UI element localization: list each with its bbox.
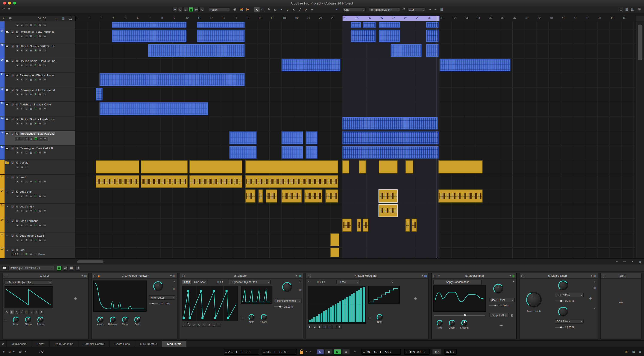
bypass-icon[interactable]: ⇌ bbox=[25, 165, 28, 169]
stepper-icon[interactable]: ↕ bbox=[20, 253, 24, 256]
track-filter-icon[interactable]: ▥ bbox=[62, 16, 64, 20]
shaper-sync-dropdown[interactable]: ◔ Sync to Project Start▾ bbox=[229, 280, 271, 284]
midi-clip[interactable] bbox=[282, 146, 303, 159]
ruler-bar-1[interactable]: 1 bbox=[76, 16, 78, 19]
ruler-bar-27[interactable]: 27 bbox=[392, 16, 395, 19]
edit-channel-button[interactable]: e bbox=[25, 23, 28, 26]
zoom-out-icon[interactable]: − bbox=[616, 260, 618, 263]
monitor-icon[interactable]: ▸ bbox=[20, 137, 24, 140]
record-arm-icon[interactable]: ● bbox=[16, 23, 19, 26]
audio-clip[interactable] bbox=[357, 219, 361, 232]
knob-note[interactable]: Note bbox=[246, 314, 257, 323]
step-bar-2[interactable] bbox=[311, 319, 313, 322]
add-destination-button[interactable]: + bbox=[496, 321, 506, 330]
lane-icon[interactable]: ▭ bbox=[43, 78, 47, 81]
knob-smooth[interactable]: Smooth bbox=[459, 320, 470, 329]
tool-button-6[interactable]: ✕ bbox=[291, 7, 297, 12]
solo-button[interactable]: S bbox=[15, 248, 19, 252]
mute-button[interactable]: M bbox=[11, 219, 14, 223]
ruler-bar-4[interactable]: 4 bbox=[113, 16, 114, 19]
keyboard-toggle-icon[interactable]: ▦ bbox=[69, 266, 74, 271]
mute-button[interactable]: M bbox=[11, 146, 14, 150]
shaper-preset-button-3[interactable]: ◺ bbox=[197, 323, 201, 327]
speaker-icon[interactable]: ◁ bbox=[8, 350, 10, 354]
knob-note[interactable]: Note bbox=[10, 317, 22, 326]
read-button[interactable]: R bbox=[34, 209, 37, 212]
track-row-lead-reverb-swell[interactable]: 31≈MSLead Reverb Swell●▸e∞RW▭ bbox=[0, 233, 75, 247]
tool-button-4[interactable]: ✂ bbox=[278, 7, 284, 12]
midi-clip[interactable] bbox=[197, 22, 245, 28]
track-preset-icon[interactable]: ≣ bbox=[9, 16, 12, 20]
zoom-in-icon[interactable]: + bbox=[632, 260, 633, 263]
track-name[interactable]: Retrologue - Saw Plucks R bbox=[20, 30, 54, 33]
read-button[interactable]: R bbox=[34, 151, 37, 154]
record-in-editor-icon[interactable]: ▣ bbox=[240, 7, 243, 11]
lfo-shape-button-4[interactable]: ⊓ bbox=[24, 310, 29, 314]
cycle-button[interactable]: ↻ bbox=[316, 349, 324, 355]
mute-button[interactable]: M bbox=[11, 248, 14, 252]
shaper-amount-row[interactable]: 25.00 % bbox=[274, 305, 302, 308]
remove-destination-icon[interactable]: ✕ bbox=[594, 307, 596, 310]
solo-button[interactable]: S bbox=[15, 102, 19, 106]
edit-channel-button[interactable]: e bbox=[25, 49, 28, 52]
track-name[interactable]: HALion Sonic - S90ES ...no bbox=[20, 45, 55, 48]
step-tool-button-1[interactable]: ● bbox=[312, 325, 317, 329]
record-arm-icon[interactable]: ● bbox=[16, 151, 19, 154]
amount-slider[interactable] bbox=[555, 327, 564, 328]
tool-button-0[interactable]: ↖ bbox=[254, 7, 260, 12]
knob-release[interactable]: Release bbox=[107, 317, 118, 326]
folder-part[interactable] bbox=[330, 248, 339, 257]
env-amount-row[interactable]: -30.00 % bbox=[149, 302, 176, 305]
tab-drum-machine[interactable]: Drum Machine bbox=[50, 341, 78, 347]
edit-channel-button[interactable]: e bbox=[25, 223, 28, 227]
track-name[interactable]: Lead Formant bbox=[20, 219, 38, 222]
shaper-preset-button-5[interactable]: ⊓ bbox=[206, 323, 211, 327]
ruler-bar-32[interactable]: 32 bbox=[453, 16, 456, 19]
mute-button[interactable]: M bbox=[11, 30, 14, 34]
solo-button[interactable]: S bbox=[15, 88, 19, 92]
mute-button[interactable]: M bbox=[11, 190, 14, 193]
shaper-curve-display[interactable] bbox=[182, 286, 238, 321]
iterative-quantize-icon[interactable]: ⌁ bbox=[429, 7, 430, 11]
lane-icon[interactable]: ▭ bbox=[43, 64, 47, 67]
ruler-bar-22[interactable]: 22 bbox=[331, 16, 334, 19]
ruler-bar-16[interactable]: 16 bbox=[258, 16, 262, 19]
lane-icon[interactable]: ▭ bbox=[43, 151, 47, 154]
instrument-icon[interactable]: ▦ bbox=[29, 93, 33, 96]
right-locator-field[interactable]: ◂ 31. 1. 1. 0 ▴▾ bbox=[262, 349, 297, 355]
step-bar-21[interactable] bbox=[356, 291, 358, 322]
step-count-field[interactable]: ▥ 24 ▴▾ bbox=[317, 280, 324, 284]
scripter-amount-knob[interactable] bbox=[493, 284, 503, 294]
midi-clip[interactable] bbox=[197, 29, 245, 42]
track-row-halion-sonic-s90es-no[interactable]: 19MSHALion Sonic - S90ES ...no●▸e▦RW▭ bbox=[0, 43, 75, 58]
monitor-icon[interactable]: ▸ bbox=[20, 238, 24, 242]
mute-button[interactable]: M bbox=[11, 73, 14, 77]
audio-clip[interactable] bbox=[245, 175, 338, 188]
write-button[interactable]: W bbox=[38, 122, 42, 125]
apply-randomness-button[interactable]: Apply Randomness bbox=[434, 280, 482, 284]
step-bar-15[interactable] bbox=[342, 300, 344, 322]
shaper-preset-button-1[interactable]: ╲ bbox=[187, 323, 192, 327]
power-icon[interactable]: ◯ bbox=[521, 274, 524, 277]
midi-clip[interactable] bbox=[342, 146, 439, 159]
arrangement-area[interactable] bbox=[75, 21, 636, 258]
instrument-icon[interactable]: ▦ bbox=[29, 64, 33, 67]
write-button[interactable]: W bbox=[38, 209, 42, 212]
tab-modulators[interactable]: Modulators bbox=[162, 341, 187, 347]
read-button[interactable]: R bbox=[34, 49, 37, 52]
trash-icon[interactable]: ⊟ bbox=[75, 266, 80, 271]
ruler-bar-38[interactable]: 38 bbox=[526, 16, 528, 19]
scripter-destination-dropdown[interactable]: Osc 1 Level▾ bbox=[489, 298, 515, 302]
read-button[interactable]: R bbox=[34, 137, 38, 140]
audio-clip[interactable] bbox=[266, 189, 278, 202]
step-bar-6[interactable] bbox=[320, 313, 322, 322]
track-row-lead-bright[interactable]: 29≈MSLead bright●▸e∞RW▭ bbox=[0, 204, 75, 218]
record-arm-icon[interactable]: ● bbox=[16, 137, 20, 140]
edit-channel-button[interactable]: e bbox=[25, 93, 28, 96]
folder-part[interactable] bbox=[359, 160, 366, 174]
mute-button[interactable]: M bbox=[11, 234, 14, 237]
flash-icon[interactable]: ϟ bbox=[308, 281, 310, 284]
track-row-halion-sonic-angels-gs[interactable]: 24MSHALion Sonic - Angels ...gs●▸e▦RW▭ bbox=[0, 116, 75, 131]
lane-icon[interactable]: ▭ bbox=[43, 209, 46, 212]
monitor-icon[interactable]: ▸ bbox=[20, 151, 24, 154]
